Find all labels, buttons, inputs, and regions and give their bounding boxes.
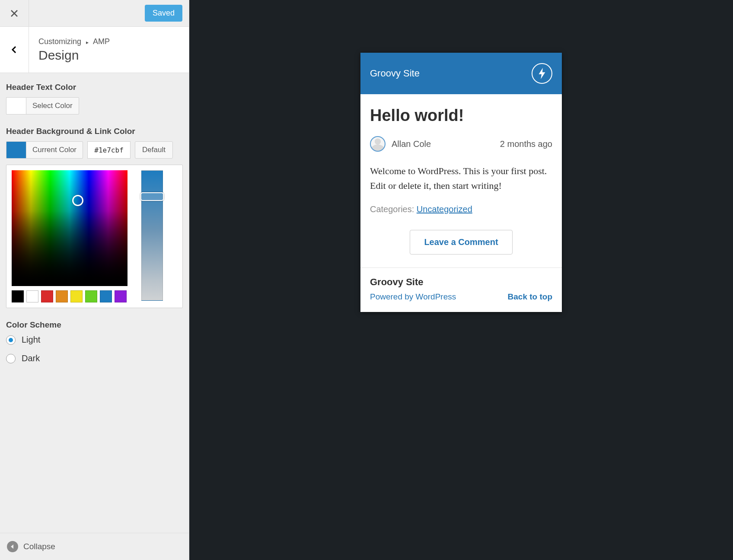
preset-swatch-row bbox=[12, 290, 127, 302]
control-label: Color Scheme bbox=[6, 320, 183, 330]
collapse-icon bbox=[7, 541, 18, 552]
preset-swatch[interactable] bbox=[56, 290, 68, 302]
collapse-label: Collapse bbox=[23, 542, 55, 551]
preset-swatch[interactable] bbox=[12, 290, 24, 302]
header-bg-color-control: Header Background & Link Color Current C… bbox=[6, 127, 183, 308]
radio-icon bbox=[6, 354, 16, 363]
close-button[interactable] bbox=[0, 0, 29, 26]
color-scheme-control: Color Scheme LightDark bbox=[6, 320, 183, 363]
author-name: Allan Cole bbox=[392, 139, 431, 149]
preset-swatch[interactable] bbox=[115, 290, 127, 302]
section-header: Customizing ▸ AMP Design bbox=[0, 27, 189, 73]
breadcrumb-root: Customizing bbox=[38, 37, 81, 46]
sv-handle[interactable] bbox=[72, 195, 83, 206]
color-swatch[interactable] bbox=[6, 97, 26, 115]
control-label: Header Text Color bbox=[6, 83, 183, 92]
preview-footer: Groovy Site Powered by WordPress Back to… bbox=[360, 267, 562, 312]
back-button[interactable] bbox=[0, 27, 29, 73]
leave-comment-button[interactable]: Leave a Comment bbox=[410, 230, 512, 255]
site-title: Groovy Site bbox=[370, 68, 420, 79]
scheme-option-label: Dark bbox=[22, 353, 40, 363]
breadcrumb: Customizing ▸ AMP Design bbox=[29, 29, 119, 71]
svg-marker-2 bbox=[11, 544, 13, 549]
default-button[interactable]: Default bbox=[135, 141, 173, 159]
control-label: Header Background & Link Color bbox=[6, 127, 183, 136]
post-body: Welcome to WordPress. This is your first… bbox=[370, 164, 552, 193]
preset-swatch[interactable] bbox=[70, 290, 83, 302]
category-link[interactable]: Uncategorized bbox=[417, 204, 472, 214]
preview-device: Groovy Site Hello world! Allan Cole 2 mo… bbox=[360, 53, 562, 312]
amp-bolt-icon bbox=[532, 63, 552, 84]
saturation-value-panel[interactable] bbox=[12, 170, 127, 286]
avatar bbox=[370, 136, 386, 152]
panel-body: Header Text Color Select Color Header Ba… bbox=[0, 73, 189, 533]
radio-icon bbox=[6, 335, 16, 345]
preview-header: Groovy Site bbox=[360, 53, 562, 94]
hue-handle[interactable] bbox=[140, 192, 164, 201]
post-title: Hello world! bbox=[370, 106, 552, 125]
saved-button[interactable]: Saved bbox=[145, 5, 182, 22]
scheme-option[interactable]: Light bbox=[6, 335, 183, 345]
section-title: Design bbox=[38, 48, 110, 63]
back-to-top-link[interactable]: Back to top bbox=[508, 292, 552, 302]
chevron-right-icon: ▸ bbox=[86, 39, 89, 45]
preset-swatch[interactable] bbox=[26, 290, 38, 302]
select-color-button[interactable]: Select Color bbox=[26, 97, 79, 115]
color-picker bbox=[6, 165, 183, 308]
hex-input[interactable] bbox=[87, 141, 131, 159]
footer-site-title: Groovy Site bbox=[370, 277, 552, 288]
preset-swatch[interactable] bbox=[100, 290, 112, 302]
color-swatch[interactable] bbox=[6, 141, 26, 159]
header-text-color-control: Header Text Color Select Color bbox=[6, 83, 183, 115]
preview-post: Hello world! Allan Cole 2 months ago Wel… bbox=[360, 94, 562, 267]
current-color-button[interactable]: Current Color bbox=[26, 141, 83, 159]
preset-swatch[interactable] bbox=[85, 290, 97, 302]
scheme-option[interactable]: Dark bbox=[6, 353, 183, 363]
post-time: 2 months ago bbox=[500, 139, 552, 149]
scheme-option-label: Light bbox=[22, 335, 40, 345]
svg-marker-3 bbox=[539, 68, 545, 79]
collapse-button[interactable]: Collapse bbox=[0, 533, 189, 560]
preview-stage: Groovy Site Hello world! Allan Cole 2 mo… bbox=[189, 0, 733, 560]
preset-swatch[interactable] bbox=[41, 290, 53, 302]
breadcrumb-parent: AMP bbox=[93, 37, 110, 46]
customizer-sidebar: Saved Customizing ▸ AMP Design Header Te… bbox=[0, 0, 189, 560]
powered-by-link[interactable]: Powered by WordPress bbox=[370, 292, 456, 302]
hue-slider[interactable] bbox=[141, 170, 163, 301]
customizer-topbar: Saved bbox=[0, 0, 189, 27]
categories-label: Categories: bbox=[370, 204, 417, 214]
post-categories: Categories: Uncategorized bbox=[370, 204, 552, 214]
